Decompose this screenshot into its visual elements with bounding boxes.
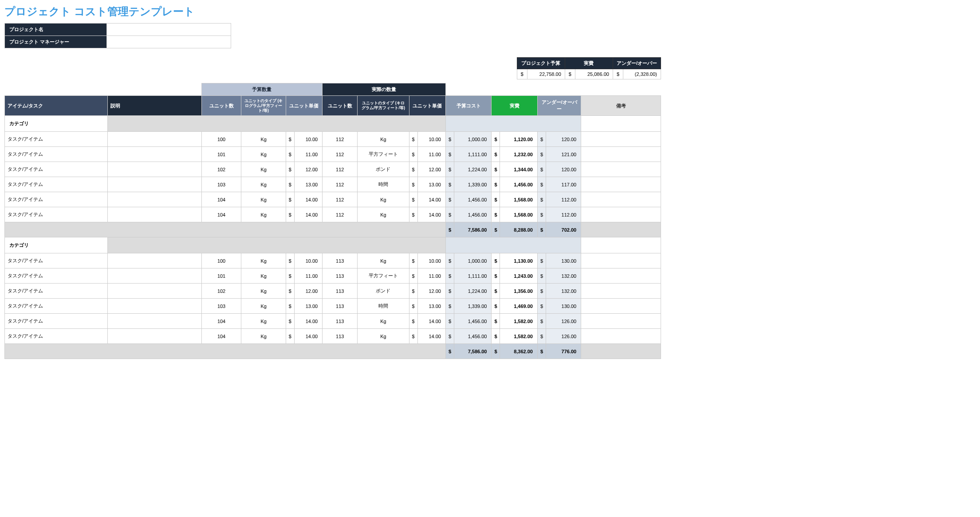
cell-b-units[interactable]: 100 <box>201 253 241 268</box>
cell-b-units[interactable]: 103 <box>201 299 241 314</box>
cell-desc[interactable] <box>108 314 201 329</box>
cell-b-units[interactable]: 104 <box>201 192 241 207</box>
cell-item[interactable]: タスク/アイテム <box>5 299 108 314</box>
cell-item[interactable]: タスク/アイテム <box>5 284 108 299</box>
cell-b-type[interactable]: Kg <box>241 284 286 299</box>
cell-note[interactable] <box>581 177 661 192</box>
cell-a-type[interactable]: Kg <box>358 192 409 207</box>
cell-b-type[interactable]: Kg <box>241 192 286 207</box>
cell-desc[interactable] <box>108 162 201 177</box>
cell-a-type[interactable]: 時間 <box>358 177 409 192</box>
cell-b-units[interactable]: 104 <box>201 329 241 344</box>
cell-b-price[interactable]: 13.00 <box>294 299 322 314</box>
cell-note[interactable] <box>581 284 661 299</box>
cell-a-type[interactable]: Kg <box>358 207 409 222</box>
cell-b-price[interactable]: 14.00 <box>294 207 322 222</box>
cell-a-price[interactable]: 12.00 <box>417 162 445 177</box>
cell-note[interactable] <box>581 299 661 314</box>
cell-b-type[interactable]: Kg <box>241 162 286 177</box>
cell-note[interactable] <box>581 147 661 162</box>
cell-item[interactable]: タスク/アイテム <box>5 329 108 344</box>
cell-b-units[interactable]: 101 <box>201 268 241 284</box>
cell-desc[interactable] <box>108 207 201 222</box>
cell-a-units[interactable]: 112 <box>323 147 358 162</box>
cell-item[interactable]: タスク/アイテム <box>5 314 108 329</box>
cell-b-units[interactable]: 104 <box>201 207 241 222</box>
cell-b-type[interactable]: Kg <box>241 177 286 192</box>
cell-a-units[interactable]: 112 <box>323 192 358 207</box>
cell-a-units[interactable]: 113 <box>323 268 358 284</box>
cell-a-price[interactable]: 11.00 <box>417 147 445 162</box>
cell-b-price[interactable]: 10.00 <box>294 132 322 147</box>
cell-note[interactable] <box>581 132 661 147</box>
cell-note[interactable] <box>581 207 661 222</box>
cell-a-price[interactable]: 14.00 <box>417 192 445 207</box>
cell-b-price[interactable]: 11.00 <box>294 147 322 162</box>
meta-project-name-value[interactable] <box>107 24 231 36</box>
cell-b-units[interactable]: 100 <box>201 132 241 147</box>
cell-desc[interactable] <box>108 268 201 284</box>
cell-a-price[interactable]: 13.00 <box>417 299 445 314</box>
cell-note[interactable] <box>581 162 661 177</box>
cell-item[interactable]: タスク/アイテム <box>5 162 108 177</box>
cell-b-type[interactable]: Kg <box>241 314 286 329</box>
cell-item[interactable]: タスク/アイテム <box>5 268 108 284</box>
cell-b-price[interactable]: 14.00 <box>294 192 322 207</box>
cell-item[interactable]: タスク/アイテム <box>5 132 108 147</box>
cell-a-price[interactable]: 14.00 <box>417 314 445 329</box>
cell-item[interactable]: タスク/アイテム <box>5 192 108 207</box>
cell-a-price[interactable]: 12.00 <box>417 284 445 299</box>
cell-item[interactable]: タスク/アイテム <box>5 177 108 192</box>
cell-a-units[interactable]: 113 <box>323 299 358 314</box>
cell-b-price[interactable]: 11.00 <box>294 268 322 284</box>
cell-b-price[interactable]: 14.00 <box>294 329 322 344</box>
cell-b-type[interactable]: Kg <box>241 132 286 147</box>
cell-a-price[interactable]: 14.00 <box>417 207 445 222</box>
cell-a-units[interactable]: 112 <box>323 132 358 147</box>
cell-b-units[interactable]: 103 <box>201 177 241 192</box>
cell-b-type[interactable]: Kg <box>241 253 286 268</box>
cell-note[interactable] <box>581 192 661 207</box>
meta-manager-value[interactable] <box>107 36 231 48</box>
cell-a-price[interactable]: 11.00 <box>417 268 445 284</box>
cell-item[interactable]: タスク/アイテム <box>5 253 108 268</box>
cell-b-units[interactable]: 102 <box>201 162 241 177</box>
cell-a-type[interactable]: Kg <box>358 253 409 268</box>
cell-a-price[interactable]: 10.00 <box>417 253 445 268</box>
cell-desc[interactable] <box>108 192 201 207</box>
cell-a-units[interactable]: 112 <box>323 207 358 222</box>
cell-b-units[interactable]: 101 <box>201 147 241 162</box>
cell-a-type[interactable]: Kg <box>358 314 409 329</box>
cell-desc[interactable] <box>108 284 201 299</box>
cell-a-units[interactable]: 113 <box>323 253 358 268</box>
cell-desc[interactable] <box>108 329 201 344</box>
cell-note[interactable] <box>581 268 661 284</box>
cell-b-price[interactable]: 14.00 <box>294 314 322 329</box>
cell-desc[interactable] <box>108 147 201 162</box>
cell-a-type[interactable]: 時間 <box>358 299 409 314</box>
cell-note[interactable] <box>581 253 661 268</box>
cell-b-units[interactable]: 102 <box>201 284 241 299</box>
cell-b-price[interactable]: 10.00 <box>294 253 322 268</box>
cell-a-price[interactable]: 14.00 <box>417 329 445 344</box>
cell-a-units[interactable]: 112 <box>323 162 358 177</box>
cell-a-price[interactable]: 10.00 <box>417 132 445 147</box>
cell-b-type[interactable]: Kg <box>241 299 286 314</box>
cell-a-type[interactable]: ポンド <box>358 284 409 299</box>
cell-a-units[interactable]: 113 <box>323 329 358 344</box>
cell-a-type[interactable]: Kg <box>358 329 409 344</box>
cell-b-price[interactable]: 13.00 <box>294 177 322 192</box>
cell-a-type[interactable]: 平方フィート <box>358 268 409 284</box>
cell-desc[interactable] <box>108 299 201 314</box>
cell-a-units[interactable]: 113 <box>323 314 358 329</box>
cell-b-type[interactable]: Kg <box>241 329 286 344</box>
cell-a-type[interactable]: 平方フィート <box>358 147 409 162</box>
cell-desc[interactable] <box>108 132 201 147</box>
cell-b-price[interactable]: 12.00 <box>294 284 322 299</box>
cell-b-type[interactable]: Kg <box>241 147 286 162</box>
cell-note[interactable] <box>581 329 661 344</box>
cell-desc[interactable] <box>108 253 201 268</box>
cell-item[interactable]: タスク/アイテム <box>5 207 108 222</box>
cell-item[interactable]: タスク/アイテム <box>5 147 108 162</box>
cell-a-units[interactable]: 112 <box>323 177 358 192</box>
